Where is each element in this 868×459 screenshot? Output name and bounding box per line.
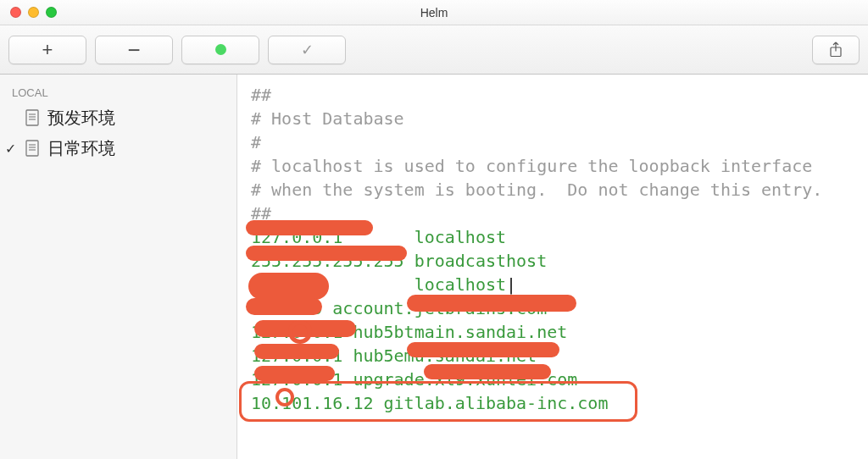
traffic-lights [0, 7, 57, 18]
close-window-button[interactable] [10, 7, 21, 18]
document-icon [25, 109, 39, 126]
editor-line[interactable]: 127.0.0.1 hub5btmain.sandai.net [251, 320, 854, 344]
editor-line[interactable]: ## [251, 202, 854, 225]
status-dot-icon [215, 44, 226, 55]
editor-line[interactable]: ## [251, 83, 854, 107]
editor-line[interactable]: # Host Database [251, 107, 854, 130]
status-button[interactable] [181, 36, 259, 64]
apply-button[interactable]: ✓ [268, 36, 346, 64]
svg-rect-5 [26, 141, 38, 156]
sidebar-item-prerelease[interactable]: 预发环境 [0, 102, 236, 133]
plus-icon: + [42, 39, 53, 61]
editor-line[interactable]: 127.0.0.1 localhost [251, 225, 854, 249]
sidebar: LOCAL 预发环境 日常环境 [0, 75, 237, 459]
editor-line[interactable]: # [251, 130, 854, 154]
add-button[interactable]: + [8, 36, 86, 64]
editor-line[interactable]: ::1 localhost [251, 273, 854, 296]
minimize-window-button[interactable] [28, 7, 39, 18]
document-icon [25, 140, 39, 157]
editor-line[interactable]: # localhost is used to configure the loo… [251, 154, 854, 178]
sidebar-item-daily[interactable]: 日常环境 [0, 133, 236, 163]
svg-rect-1 [26, 110, 38, 125]
editor-line[interactable]: 127.0.0.1 hub5emu.sandai.net [251, 344, 854, 368]
sidebar-section-label: LOCAL [0, 83, 236, 102]
titlebar: Helm [0, 0, 868, 25]
editor-line[interactable]: # when the system is booting. Do not cha… [251, 178, 854, 202]
share-button[interactable] [812, 36, 860, 64]
editor-line[interactable]: 10.101.16.12 gitlab.alibaba-inc.com [251, 391, 854, 415]
editor-line[interactable]: 255.255.255.255 broadcasthost [251, 249, 854, 273]
editor-line[interactable]: 0.0.0.0 account.jetbrains.com [251, 296, 854, 320]
hosts-editor[interactable]: ### Host Database## localhost is used to… [237, 75, 868, 459]
check-icon: ✓ [301, 41, 314, 59]
toolbar: + − ✓ [0, 25, 868, 75]
main-area: LOCAL 预发环境 日常环境 ### Host Database## loca… [0, 75, 868, 459]
share-icon [828, 41, 843, 59]
sidebar-item-label: 预发环境 [47, 107, 115, 130]
editor-line[interactable]: 127.0.0.1 upgrade.xl9.xunlei.com [251, 368, 854, 391]
zoom-window-button[interactable] [46, 7, 57, 18]
window-title: Helm [420, 6, 448, 19]
remove-button[interactable]: − [95, 36, 173, 64]
sidebar-item-label: 日常环境 [47, 137, 115, 160]
